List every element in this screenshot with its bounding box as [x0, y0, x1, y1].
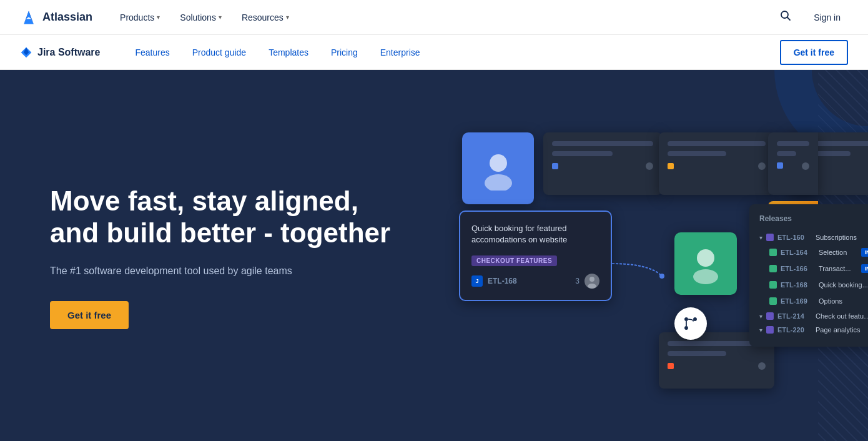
release-item-4: ETL-169 Options TO DO	[759, 293, 868, 309]
sub-nav-left: Jira Software Features Product guide Tem…	[20, 42, 430, 62]
ri-id-0: ETL-160	[777, 234, 812, 241]
partial-circle	[802, 162, 809, 170]
ri-id-1: ETL-164	[781, 249, 815, 256]
card-dot-orange	[668, 363, 674, 369]
task-card-2	[659, 132, 774, 195]
card-line-2	[552, 151, 613, 156]
card-footer-2	[668, 162, 766, 170]
sub-navigation: Jira Software Features Product guide Tem…	[0, 35, 868, 70]
svg-point-5	[589, 277, 594, 282]
ri-icon-1	[769, 249, 777, 256]
hero-section: Move fast, stay aligned, and build bette…	[0, 70, 868, 441]
ri-icon-2	[769, 265, 777, 272]
templates-sub-link[interactable]: Templates	[259, 42, 318, 62]
jira-logo: Jira Software	[20, 46, 100, 59]
release-item-0: ▾ ETL-160 Subscriptions	[759, 230, 868, 244]
release-item-5: ▾ ETL-214 Check out features	[759, 309, 868, 323]
svg-point-4	[485, 174, 512, 191]
ticket-avatar	[584, 274, 599, 289]
ri-label-5: Check out features	[816, 312, 868, 320]
ri-icon-0	[766, 234, 774, 241]
sub-nav-links: Features Product guide Templates Pricing…	[125, 42, 430, 62]
ri-label-3: Quick booking...	[819, 281, 868, 289]
task-card-1	[543, 132, 662, 195]
git-icon	[674, 307, 707, 340]
svg-point-12	[684, 317, 688, 321]
release-item-1: ETL-164 Selection IN PROGRESS	[759, 244, 868, 260]
ri-id-2: ETL-166	[781, 265, 815, 272]
hero-content: Move fast, stay aligned, and build bette…	[50, 186, 412, 329]
card-dot-blue	[552, 163, 558, 169]
ri-badge-1: IN PROGRESS	[861, 248, 868, 257]
ticket-card: Quick booking for featured accomodations…	[459, 211, 612, 301]
releases-panel: Releases ▾ ETL-160 Subscriptions ETL-164…	[749, 204, 868, 347]
card-line-8	[668, 351, 726, 356]
connector-arrow	[612, 251, 687, 289]
atlassian-logo[interactable]: Atlassian	[20, 9, 92, 26]
ri-label-6: Page analytics	[816, 326, 868, 334]
ri-label-4: Options	[819, 297, 868, 305]
svg-point-11	[684, 326, 688, 330]
get-it-free-header-button[interactable]: Get it free	[780, 40, 848, 65]
top-nav-links: Products ▾ Solutions ▾ Resources ▾	[112, 7, 297, 27]
top-nav-right: Sign in	[775, 5, 848, 29]
ri-icon-4	[769, 297, 777, 305]
ri-label-0: Subscriptions	[816, 234, 868, 241]
card-circle-4	[758, 362, 766, 370]
products-chevron-icon: ▾	[157, 14, 160, 21]
solutions-chevron-icon: ▾	[219, 14, 222, 21]
ticket-title: Quick booking for featured accomodations…	[471, 223, 599, 245]
ticket-badge: CHECKOUT FEATURES	[471, 255, 557, 266]
enterprise-sub-link[interactable]: Enterprise	[370, 42, 430, 62]
solutions-nav-link[interactable]: Solutions ▾	[172, 7, 229, 27]
ri-icon-3	[769, 281, 777, 289]
card-circle-1	[646, 162, 653, 170]
release-item-2: ETL-166 Transact... IN PROGRESS	[759, 260, 868, 277]
product-guide-sub-link[interactable]: Product guide	[182, 42, 256, 62]
svg-point-7	[659, 274, 664, 279]
releases-title: Releases	[759, 214, 868, 223]
ri-icon-5	[766, 312, 774, 320]
svg-line-2	[787, 17, 791, 21]
jira-product-name: Jira Software	[37, 47, 100, 58]
card-dot-yellow	[668, 163, 674, 169]
ri-id-5: ETL-214	[777, 312, 812, 320]
search-button[interactable]	[775, 5, 796, 29]
ticket-footer: J ETL-168 3	[471, 274, 599, 289]
ri-label-2: Transact...	[819, 265, 857, 272]
sign-in-button[interactable]: Sign in	[806, 7, 848, 27]
svg-point-9	[693, 269, 718, 284]
ri-id-6: ETL-220	[777, 326, 812, 334]
hero-title: Move fast, stay aligned, and build bette…	[50, 186, 412, 249]
ri-label-1: Selection	[819, 249, 857, 256]
svg-point-3	[490, 154, 507, 172]
avatar-card-blue	[462, 132, 534, 204]
svg-marker-0	[26, 11, 31, 19]
hero-visual: Quick booking for featured accomodations…	[437, 107, 818, 407]
card-footer-1	[552, 162, 653, 170]
ri-id-3: ETL-168	[781, 281, 815, 289]
pricing-sub-link[interactable]: Pricing	[321, 42, 368, 62]
card-line-1	[552, 141, 653, 146]
features-sub-link[interactable]: Features	[125, 42, 179, 62]
top-nav-left: Atlassian Products ▾ Solutions ▾ Resourc…	[20, 7, 297, 27]
card-footer-4	[668, 362, 766, 370]
ri-badge-2: IN PROGRESS	[861, 264, 868, 273]
svg-point-6	[588, 284, 596, 289]
release-item-6: ▾ ETL-220 Page analytics	[759, 323, 868, 337]
products-nav-link[interactable]: Products ▾	[112, 7, 167, 27]
card-line-4	[668, 151, 726, 156]
ticket-id-icon: J	[471, 275, 483, 287]
atlassian-brand-name: Atlassian	[42, 11, 92, 24]
svg-point-10	[693, 317, 697, 321]
hero-cta-button[interactable]: Get it free	[50, 301, 129, 329]
release-item-3: ETL-168 Quick booking... TO DO	[759, 277, 868, 293]
top-navigation: Atlassian Products ▾ Solutions ▾ Resourc…	[0, 0, 868, 35]
ticket-count: 3	[575, 277, 579, 285]
svg-point-8	[697, 249, 714, 267]
ri-id-4: ETL-169	[781, 297, 815, 305]
hero-subtitle: The #1 software development tool used by…	[50, 264, 412, 279]
resources-nav-link[interactable]: Resources ▾	[234, 7, 297, 27]
resources-chevron-icon: ▾	[286, 14, 289, 21]
ri-icon-6	[766, 326, 774, 334]
